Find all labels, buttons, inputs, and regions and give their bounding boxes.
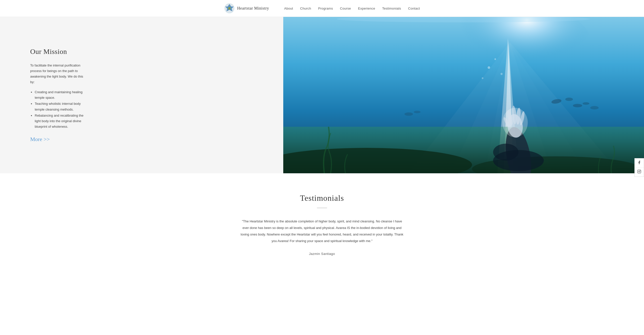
mission-bullet-3: Rebalancing and recalibrating the light … [35,113,88,129]
image-panel [283,17,644,173]
mission-bullet-2: Teaching wholistic internal body temple … [35,101,88,112]
instagram-button[interactable] [635,168,644,177]
instagram-icon [637,170,641,175]
testimonial-author-0: Jazmin Santiago [239,252,405,256]
social-sidebar [634,158,644,177]
svg-point-36 [501,73,503,75]
svg-point-35 [495,58,496,60]
main-section: Our Mission To facilitate the internal p… [0,17,644,173]
svg-rect-40 [637,170,641,173]
testimonials-wrapper: Testimonials "The Heartstar Ministry is … [0,173,644,276]
svg-point-28 [566,97,573,101]
site-header: Heartstar Ministry About Church Programs… [0,0,644,17]
main-nav: About Church Programs Course Experience … [284,7,420,10]
svg-point-31 [590,106,599,109]
logo-link[interactable]: Heartstar Ministry [224,3,269,14]
svg-point-29 [573,104,582,107]
svg-point-42 [640,170,640,171]
nav-programs[interactable]: Programs [318,7,333,10]
facebook-icon [637,160,641,165]
nav-about[interactable]: About [284,7,293,10]
nav-church[interactable]: Church [300,7,311,10]
logo-icon [224,3,235,14]
facebook-button[interactable] [635,158,644,168]
more-link[interactable]: More >> [30,136,268,143]
svg-point-26 [503,108,528,137]
svg-point-39 [493,144,519,160]
nav-course[interactable]: Course [340,7,351,10]
svg-point-34 [488,66,490,69]
mission-bullet-1: Creating and maintaining healing temple … [35,89,88,100]
mission-title: Our Mission [30,48,268,56]
svg-point-41 [638,171,640,172]
testimonials-section: Testimonials "The Heartstar Ministry is … [234,178,410,271]
mission-panel: Our Mission To facilitate the internal p… [0,17,283,173]
site-name: Heartstar Ministry [237,6,269,11]
nav-experience[interactable]: Experience [358,7,375,10]
svg-point-32 [405,112,413,116]
nav-contact[interactable]: Contact [408,7,420,10]
nav-testimonials[interactable]: Testimonials [382,7,401,10]
title-divider [317,208,327,208]
mission-intro: To facilitate the internal purification … [30,63,86,85]
testimonial-quote-0: "The Heartstar Ministry is the absolute … [239,218,405,244]
svg-point-30 [583,102,589,105]
testimonials-title: Testimonials [239,193,405,203]
underwater-scene-svg [283,17,644,173]
svg-point-33 [414,111,421,113]
svg-point-37 [482,77,484,79]
mission-list: Creating and maintaining healing temple … [30,89,268,130]
